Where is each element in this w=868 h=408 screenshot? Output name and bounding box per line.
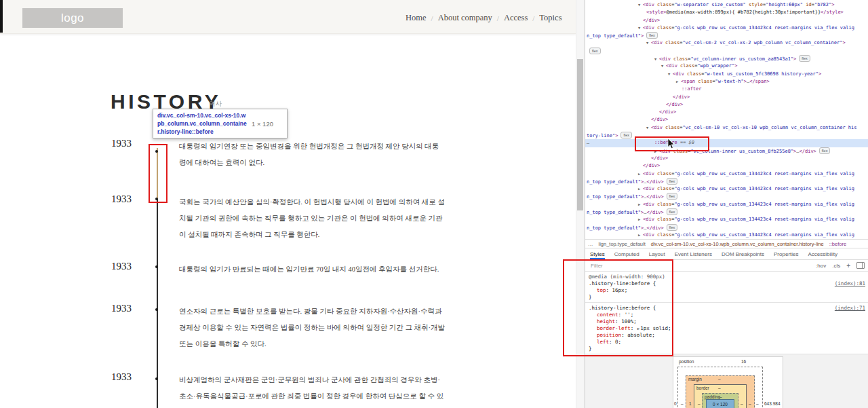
timeline-year: 1933	[111, 193, 132, 205]
rule-selector-row: .history-line:before {(index):71	[589, 305, 865, 312]
tree-row[interactable]: n_top type_default">…</div>flex	[585, 224, 868, 231]
expand-arrow-icon[interactable]: ▼	[646, 39, 651, 47]
tree-row[interactable]: n_top type_default">flex	[585, 32, 868, 39]
breadcrumb-item[interactable]: …	[588, 241, 593, 247]
flex-badge[interactable]: flex	[667, 193, 678, 200]
tree-row[interactable]: ▶<div class="g-cols wpb_row us_custom_13…	[585, 201, 868, 208]
expand-arrow-icon[interactable]: ▼	[661, 62, 666, 70]
tree-row[interactable]: ▼<div class="vc_col-sm-10 vc_col-xs-10 w…	[585, 124, 868, 132]
tab-event-listeners[interactable]: Event Listeners	[675, 248, 712, 259]
tree-row[interactable]: </div>	[585, 109, 868, 116]
flex-badge[interactable]: flex	[667, 208, 678, 215]
rule-source-link[interactable]: (index):71	[835, 305, 865, 312]
timeline-dot	[155, 198, 158, 200]
page-scrollbar-thumb[interactable]	[577, 59, 583, 210]
breadcrumb-item[interactable]: lign_top.type_default	[599, 241, 646, 247]
row-gutter-dots: …	[587, 139, 589, 147]
flex-badge[interactable]: flex	[667, 178, 678, 185]
styles-filter-input[interactable]	[589, 262, 741, 270]
screenshot-root: logo Home/About company/Access/Topics HI…	[0, 0, 868, 408]
tree-row[interactable]: ▼<div class="wpb_wrapper">	[585, 62, 868, 70]
flex-badge[interactable]: flex	[667, 224, 678, 231]
flex-badge[interactable]: flex	[799, 55, 810, 62]
tree-row[interactable]: ▼<div class="vc_col-sm-2 vc_col-xs-2 wpb…	[585, 39, 868, 47]
tree-row[interactable]: </div>	[585, 17, 868, 24]
tree-row[interactable]: </div>	[585, 116, 868, 124]
tree-row[interactable]: ▼<div class="w-text us_custom_5fc30698 h…	[585, 71, 868, 78]
expand-arrow-icon[interactable]: ▶	[638, 216, 643, 223]
tree-row[interactable]: ▶<span class="w-text-h">…</span>	[585, 78, 868, 86]
elements-tree: ▼<div class="w-separator size_custom" st…	[585, 1, 868, 239]
page-title-sub: 역사	[209, 100, 222, 109]
box-model-widget[interactable]: position 16 margin – border – padding – …	[673, 356, 783, 408]
rule-property[interactable]: position: absolute;	[589, 332, 865, 339]
tree-row[interactable]: ▶<div class="g-cols wpb_row us_custom_13…	[585, 216, 868, 223]
breadcrumb-item[interactable]: ::before	[829, 241, 846, 247]
tree-row[interactable]: ::after	[585, 86, 868, 93]
expand-arrow-icon[interactable]: ▼	[638, 1, 643, 9]
expand-arrow-icon[interactable]: ▼	[646, 124, 651, 132]
flex-badge[interactable]: flex	[646, 32, 658, 39]
tree-row[interactable]: ▶<div class="g-cols wpb_row us_custom_13…	[585, 185, 868, 193]
rule-property[interactable]: left: 0;	[589, 339, 865, 346]
tree-row[interactable]: n_top type_default">…</div>flex	[585, 193, 868, 200]
timeline-text: 비상계엄하의 군사재판은 군인·군무원의 범죄나 군사에 관한 간첩죄의 경우와…	[179, 372, 445, 408]
tree-row[interactable]: </div>	[585, 162, 868, 170]
nav-item-home[interactable]: Home	[406, 13, 427, 23]
flex-badge[interactable]: flex	[589, 48, 601, 54]
nav-item-topics[interactable]: Topics	[539, 13, 561, 23]
expand-arrow-icon[interactable]: ▶	[638, 170, 643, 178]
tab-accessibility[interactable]: Accessibility	[808, 248, 838, 259]
tree-row[interactable]: n_top type_default">…</div>flex	[585, 208, 868, 216]
toggle-class-button[interactable]: .cls	[832, 263, 840, 269]
new-style-rule-button[interactable]: +	[846, 262, 850, 270]
nav-item-about-company[interactable]: About company	[438, 13, 492, 23]
sidebar-pane-icon[interactable]	[856, 262, 865, 269]
tab-properties[interactable]: Properties	[774, 248, 798, 259]
tree-row[interactable]: <style>@media(max-width:899px){ #b782{he…	[585, 9, 868, 16]
rule-property[interactable]: border-left: ▶1px solid;	[589, 325, 865, 332]
box-model-position-top: 16	[741, 359, 746, 364]
tab-layout[interactable]: Layout	[649, 248, 665, 259]
tree-row[interactable]: ▼<div class="vc_column-inner us_custom_a…	[585, 55, 868, 62]
expand-arrow-icon[interactable]: ▶	[638, 201, 643, 208]
tree-row[interactable]: </div>	[585, 94, 868, 101]
toggle-hover-state-button[interactable]: :hov	[816, 263, 826, 269]
nav-item-access[interactable]: Access	[504, 13, 528, 23]
rule-property[interactable]: content: '';	[589, 312, 865, 318]
box-model-padding-label: padding	[705, 394, 720, 399]
rule-property[interactable]: height: 100%;	[589, 318, 865, 325]
expand-arrow-icon[interactable]: ▶	[638, 185, 643, 193]
tree-row[interactable]: ▼<div class="w-separator size_custom" st…	[585, 1, 868, 9]
tree-row-before-selected[interactable]: …::before == $0	[585, 139, 868, 147]
nav-separator: /	[528, 14, 539, 22]
flex-badge[interactable]: flex	[819, 147, 831, 154]
tree-row[interactable]: ▶<div class="vc_column-inner us_custom_8…	[585, 147, 868, 155]
rule-property[interactable]: top: 16px;	[589, 287, 865, 294]
rule-source-link[interactable]: (index):81	[835, 280, 865, 287]
tree-row[interactable]: ▶<div class="g-cols wpb_row us_custom_13…	[585, 231, 868, 239]
box-model-border-label: border	[696, 386, 709, 390]
site-logo[interactable]: logo	[22, 8, 123, 28]
rule-selector[interactable]: .history-line:before {	[589, 305, 656, 312]
expand-arrow-icon[interactable]: ▶	[638, 231, 643, 239]
expand-arrow-icon[interactable]: ▶	[676, 78, 681, 86]
expand-arrow-icon[interactable]: ▼	[668, 71, 673, 78]
flex-badge[interactable]: flex	[620, 132, 632, 138]
tree-row[interactable]: flex	[585, 48, 868, 55]
tree-row[interactable]: n_top type_default">…</div>flex	[585, 178, 868, 185]
nav-separator: /	[427, 14, 438, 22]
tab-computed[interactable]: Computed	[614, 248, 639, 259]
timeline-dot	[155, 377, 158, 380]
expand-arrow-icon[interactable]: ▼	[638, 24, 643, 32]
tab-styles[interactable]: Styles	[590, 248, 605, 259]
tree-row[interactable]: </div>	[585, 101, 868, 109]
tab-dom-breakpoints[interactable]: DOM Breakpoints	[722, 248, 764, 259]
tree-row[interactable]: ▼<div class="g-cols wpb_row us_custom_13…	[585, 24, 868, 32]
rule-selector[interactable]: .history-line:before {	[589, 280, 656, 287]
tree-row[interactable]: </div>	[585, 155, 868, 162]
tree-row[interactable]: ▶<div class="g-cols wpb_row us_custom_13…	[585, 170, 868, 178]
tree-row[interactable]: tory-line">flex	[585, 132, 868, 139]
breadcrumb-item[interactable]: div.vc_col-sm-10.vc_col-xs-10.wpb_column…	[651, 241, 824, 247]
box-model-left-margin: –	[681, 401, 684, 406]
